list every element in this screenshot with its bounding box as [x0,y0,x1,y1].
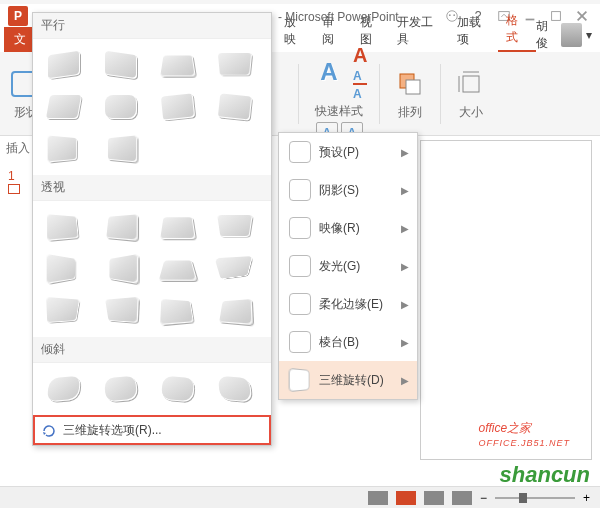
tab-format[interactable]: 格式 [498,8,536,52]
svg-rect-9 [406,80,420,94]
view-reading[interactable] [424,491,444,505]
rotation-preset[interactable] [212,89,258,125]
rotation-preset[interactable] [98,371,144,407]
wordart-group: A A A A 快速样式 A A [311,44,367,144]
view-slideshow[interactable] [452,491,472,505]
quickstyle-button[interactable]: A [311,54,347,90]
gallery-section-oblique: 倾斜 [33,337,271,363]
text-fill-icon[interactable]: A [353,44,367,67]
shadow-icon [289,179,311,201]
effects-submenu: 预设(P)▶ 阴影(S)▶ 映像(R)▶ 发光(G)▶ 柔化边缘(E)▶ 棱台(… [278,132,418,400]
slide-thumb[interactable]: 1 [6,167,30,199]
svg-rect-10 [463,76,479,92]
arrange-group[interactable]: 排列 [392,66,428,121]
rotation-preset[interactable] [212,209,258,245]
gallery-section-perspective: 透视 [33,175,271,201]
chevron-right-icon: ▶ [401,185,409,196]
rotation-preset[interactable] [212,251,258,287]
rotation-options[interactable]: 三维旋转选项(R)... [33,415,271,445]
user-name: 胡俊 [536,18,557,52]
separator [379,64,380,124]
view-sorter[interactable] [396,491,416,505]
rotation-preset[interactable] [155,371,201,407]
rotation-preset[interactable] [212,293,258,329]
menu-3drotation[interactable]: 三维旋转(D)▶ [279,361,417,399]
size-icon [457,70,485,98]
user-area[interactable]: 胡俊 ▾ [536,18,600,52]
reflection-icon [289,217,311,239]
arrange-icon [396,70,424,98]
rotation-preset[interactable] [41,47,87,83]
rotation-preset[interactable] [98,47,144,83]
chevron-right-icon: ▶ [401,337,409,348]
rotation-preset[interactable] [41,251,87,287]
rotation-preset[interactable] [212,371,258,407]
chevron-right-icon: ▶ [401,375,409,386]
rotation-preset[interactable] [41,209,87,245]
insert-label: 插入 [0,136,36,161]
rotation-preset[interactable] [155,209,201,245]
chevron-right-icon: ▶ [401,299,409,310]
glow-icon [289,255,311,277]
size-group[interactable]: 大小 [453,66,489,121]
zoom-in-icon[interactable]: + [583,491,590,505]
menu-glow[interactable]: 发光(G)▶ [279,247,417,285]
text-effects-icon[interactable]: A [353,87,367,101]
rotation-icon [289,368,310,392]
gallery-section-parallel: 平行 [33,13,271,39]
separator [440,64,441,124]
rotation-preset[interactable] [155,89,201,125]
watermark-shancun: shancun [500,462,590,488]
menu-bevel[interactable]: 棱台(B)▶ [279,323,417,361]
rotation-preset[interactable] [98,209,144,245]
rotation-preset[interactable] [98,89,144,125]
rotation-preset[interactable] [41,131,87,167]
view-normal[interactable] [368,491,388,505]
left-panel: 插入 1 [0,136,36,205]
quickstyle-label: 快速样式 [315,103,363,120]
chevron-right-icon: ▶ [401,261,409,272]
chevron-down-icon: ▾ [586,28,592,42]
rotation-preset[interactable] [155,251,201,287]
rotation-gallery: 平行 透视 倾斜 三维旋转选项(R)... [32,12,272,446]
rotation-preset[interactable] [41,371,87,407]
softedge-icon [289,293,311,315]
rotation-preset[interactable] [41,293,87,329]
menu-reflection[interactable]: 映像(R)▶ [279,209,417,247]
rotation-preset[interactable] [155,47,201,83]
tab-addins[interactable]: 加载项 [449,10,498,52]
chevron-right-icon: ▶ [401,147,409,158]
menu-shadow[interactable]: 阴影(S)▶ [279,171,417,209]
menu-softedge[interactable]: 柔化边缘(E)▶ [279,285,417,323]
rotation-preset[interactable] [98,293,144,329]
app-icon: P [8,6,28,26]
menu-preset[interactable]: 预设(P)▶ [279,133,417,171]
rotation-options-label: 三维旋转选项(R)... [63,422,162,439]
text-outline-icon[interactable]: A [353,69,367,85]
rotation-preset[interactable] [155,293,201,329]
rotation-preset[interactable] [212,47,258,83]
bevel-icon [289,331,311,353]
rotation-preset[interactable] [98,251,144,287]
rotation-options-icon [41,423,57,439]
size-label: 大小 [459,104,483,121]
rotation-preset[interactable] [41,89,87,125]
statusbar: − + [0,486,600,508]
watermark-office: office之家 OFFICE.JB51.NET [478,412,570,448]
avatar [561,23,582,47]
separator [298,64,299,124]
chevron-right-icon: ▶ [401,223,409,234]
zoom-slider[interactable] [495,497,575,499]
rotation-preset[interactable] [98,131,144,167]
preset-icon [289,141,311,163]
zoom-out-icon[interactable]: − [480,491,487,505]
app-title: - Microsoft PowerPoint [278,10,399,24]
arrange-label: 排列 [398,104,422,121]
